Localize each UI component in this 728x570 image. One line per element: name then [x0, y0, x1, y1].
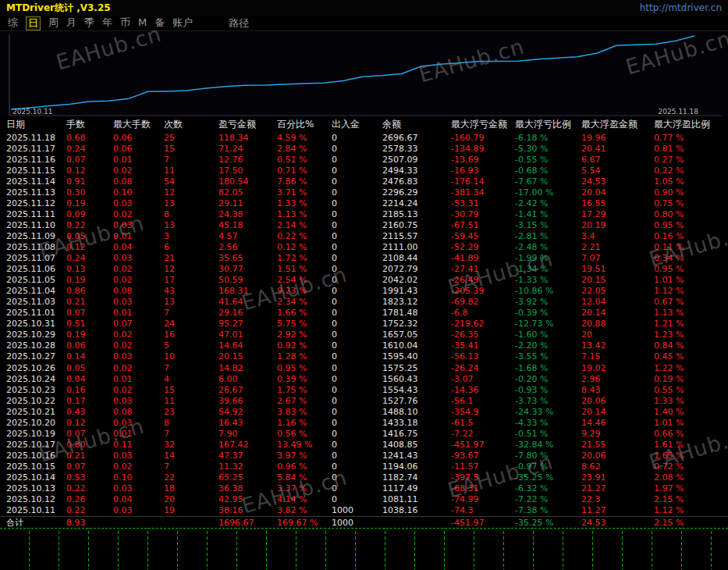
- table-row[interactable]: 2025.11.130.300.101282.053.71 %02296.29-…: [0, 187, 728, 198]
- menu-item-1[interactable]: 日: [26, 16, 41, 30]
- menu-item-0[interactable]: 综: [8, 16, 18, 30]
- menu-item-path[interactable]: 路径: [229, 16, 249, 30]
- column-header[interactable]: 余额: [382, 118, 451, 131]
- cell: 0: [332, 319, 382, 329]
- menu-item-8[interactable]: 备: [154, 16, 165, 30]
- table-row[interactable]: 2025.11.100.220.031345.182.14 %02160.75-…: [0, 219, 728, 230]
- menu-item-4[interactable]: 季: [84, 16, 94, 30]
- menu-item-9[interactable]: 账户: [172, 16, 193, 30]
- menu-item-5[interactable]: 年: [102, 16, 112, 30]
- cell: 2025.11.10: [6, 220, 66, 230]
- table-row[interactable]: 2025.10.210.430.082354.923.83 %01488.10-…: [0, 406, 728, 417]
- menu-item-7[interactable]: M: [138, 16, 147, 30]
- column-header[interactable]: 最大浮亏金额: [451, 118, 515, 131]
- cell: 16.43: [218, 418, 277, 428]
- cell: 2025.11.08: [6, 242, 66, 252]
- table-row[interactable]: 2025.11.090.050.0134.570.22 %02115.57-59…: [0, 230, 728, 241]
- cell: 6: [164, 242, 218, 252]
- cell: 0.92 %: [277, 340, 332, 351]
- table-row[interactable]: 2025.10.200.120.03816.431.16 %01433.18-6…: [0, 417, 728, 428]
- cell: 2025.10.19: [6, 429, 66, 439]
- table-row[interactable]: 2025.11.160.070.01712.760.51 %02507.09-1…: [0, 154, 728, 165]
- cell: 0.34 %: [654, 253, 728, 263]
- cell: 1.13 %: [277, 209, 332, 219]
- cell: 1752.32: [382, 319, 451, 329]
- table-row[interactable]: 2025.11.110.090.02824.381.13 %02185.13-3…: [0, 208, 728, 219]
- menu-item-6[interactable]: 币: [120, 16, 130, 30]
- table-row[interactable]: 2025.11.060.130.021230.771.51 %02072.79-…: [0, 264, 728, 275]
- cell: -11.57: [451, 461, 515, 472]
- table-row[interactable]: 2025.10.190.070.0177.900.56 %01416.75-7.…: [0, 428, 728, 439]
- table-row[interactable]: 2025.10.220.170.031139.662.67 %01527.76-…: [0, 395, 728, 406]
- table-row[interactable]: 2025.10.170.800.1132167.4213.49 %01408.8…: [0, 439, 728, 450]
- table-row[interactable]: 2025.10.160.210.031447.373.97 %01241.43-…: [0, 450, 728, 461]
- table-row[interactable]: 2025.11.170.240.061571.242.84 %02578.33-…: [0, 143, 728, 154]
- column-header[interactable]: 次数: [164, 118, 218, 131]
- table-row[interactable]: 2025.11.080.120.0462.560.12 %02111.00-52…: [0, 241, 728, 252]
- cell: 2025.11.03: [6, 297, 66, 307]
- table-row[interactable]: 2025.11.010.070.01729.161.66 %01781.48-6…: [0, 308, 728, 319]
- column-header[interactable]: 最大手数: [113, 118, 164, 131]
- cell: 14.46: [581, 418, 654, 428]
- menu-item-3[interactable]: 月: [66, 16, 76, 30]
- table-row[interactable]: 2025.10.150.070.02711.320.96 %01194.06-1…: [0, 461, 728, 472]
- column-header[interactable]: 日期: [6, 118, 66, 131]
- table-row[interactable]: 2025.10.120.260.042042.954.14 %01081.11-…: [0, 494, 728, 505]
- table-row[interactable]: 2025.10.270.140.031020.151.28 %01595.40-…: [0, 351, 728, 362]
- cell: 0.21: [66, 451, 113, 461]
- cell: 0.67 %: [654, 297, 728, 307]
- column-header[interactable]: 百分比%: [277, 118, 332, 131]
- menu-item-2[interactable]: 周: [48, 16, 59, 30]
- cell: 0: [332, 231, 382, 241]
- column-header[interactable]: 手数: [66, 118, 113, 131]
- cell: 5.54: [581, 166, 654, 176]
- cell: 0.75 %: [654, 198, 728, 208]
- cell: 0.01: [113, 374, 164, 384]
- table-row[interactable]: 2025.10.230.160.021526.671.75 %01554.43-…: [0, 384, 728, 395]
- table-row[interactable]: 2025.10.140.530.102265.255.84 %01182.74-…: [0, 472, 728, 483]
- cell: 2025.10.29: [6, 330, 66, 340]
- table-row[interactable]: 2025.10.110.220.031938.163.82 %10001038.…: [0, 505, 728, 516]
- table-row[interactable]: 2025.10.130.220.031836.383.37 %01117.49-…: [0, 483, 728, 494]
- cell: 0: [332, 166, 382, 176]
- column-header[interactable]: 盈亏金额: [218, 118, 277, 131]
- column-header[interactable]: 最大浮亏比例: [515, 118, 581, 131]
- cell: -7.22: [451, 429, 515, 439]
- cell: -52.29: [451, 242, 515, 252]
- cell: 14.82: [218, 363, 277, 373]
- cell: 1823.12: [382, 297, 451, 307]
- website-link[interactable]: http://mtdriver.cn: [640, 2, 722, 13]
- cell: 3: [164, 231, 218, 241]
- table-row[interactable]: 2025.10.280.060.02514.640.92 %01610.04-3…: [0, 340, 728, 351]
- cell: 24.38: [218, 209, 277, 219]
- table-row[interactable]: 2025.11.140.910.0854180.547.86 %02476.83…: [0, 176, 728, 187]
- cell: 0.07: [66, 429, 113, 439]
- table-row[interactable]: 2025.10.290.190.021647.012.92 %01657.05-…: [0, 330, 728, 340]
- column-header[interactable]: 出入金: [332, 118, 382, 131]
- cell: 0.11 %: [654, 242, 728, 252]
- table-row[interactable]: 2025.11.120.190.031329.111.33 %02214.24-…: [0, 198, 728, 208]
- table-row[interactable]: 2025.10.310.510.072495.275.75 %01752.32-…: [0, 319, 728, 330]
- column-header[interactable]: 最大浮盈金额: [581, 118, 654, 131]
- cell: 2160.75: [382, 220, 451, 230]
- table-row[interactable]: 2025.11.150.120.021117.500.71 %02494.33-…: [0, 165, 728, 176]
- cell: 11: [164, 396, 218, 406]
- table-row[interactable]: 2025.11.050.190.021750.592.54 %02042.02-…: [0, 275, 728, 286]
- table-row[interactable]: 2025.11.180.680.0625118.344.59 %02696.67…: [0, 132, 728, 143]
- cell: 0.02: [113, 363, 164, 373]
- cell: 0.22 %: [654, 166, 728, 176]
- cell: 20.19: [581, 220, 654, 230]
- table-row[interactable]: 2025.11.030.210.031341.642.34 %01823.12-…: [0, 297, 728, 308]
- cell: 26.67: [218, 385, 277, 395]
- cell: 6.00: [218, 374, 277, 384]
- cell: -32.84 %: [515, 440, 581, 450]
- cell: 41.64: [218, 297, 277, 307]
- cell: 0.86: [66, 286, 113, 296]
- table-row[interactable]: 2025.10.260.050.02714.820.95 %01575.25-2…: [0, 362, 728, 373]
- column-header[interactable]: 最大浮盈比例: [654, 118, 728, 131]
- table-row[interactable]: 2025.11.070.240.032135.651.72 %02108.44-…: [0, 253, 728, 264]
- cell: 0.24: [66, 253, 113, 263]
- cell: 0: [332, 242, 382, 252]
- table-row[interactable]: 2025.11.040.860.0843168.319.23 %01991.43…: [0, 286, 728, 297]
- table-row[interactable]: 2025.10.240.040.0146.000.39 %01560.43-3.…: [0, 373, 728, 384]
